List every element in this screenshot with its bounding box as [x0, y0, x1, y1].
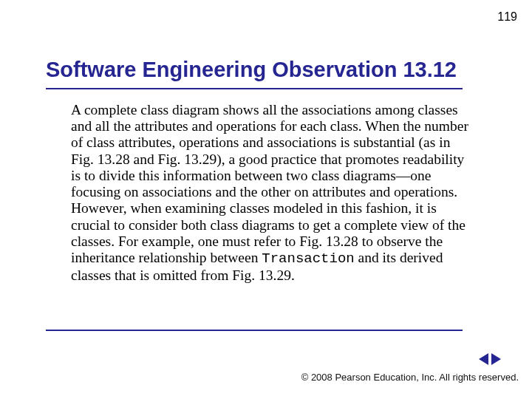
divider-top	[46, 88, 463, 89]
divider-bottom	[46, 330, 463, 331]
nav-controls	[479, 353, 501, 365]
slide: 119 Software Engineering Observation 13.…	[0, 0, 532, 399]
body-text: A complete class diagram shows all the a…	[71, 102, 470, 284]
slide-title: Software Engineering Observation 13.12	[46, 58, 457, 82]
footer: © 2008 Pearson Education, Inc. All right…	[301, 372, 519, 383]
next-icon[interactable]	[491, 353, 501, 365]
footer-text: 2008 Pearson Education, Inc. All rights …	[308, 372, 519, 383]
prev-icon[interactable]	[479, 353, 488, 365]
code-transaction: Transaction	[262, 250, 354, 267]
body-paragraph-a: A complete class diagram shows all the a…	[71, 102, 468, 265]
page-number: 119	[497, 10, 517, 24]
copyright-icon: ©	[301, 372, 309, 383]
